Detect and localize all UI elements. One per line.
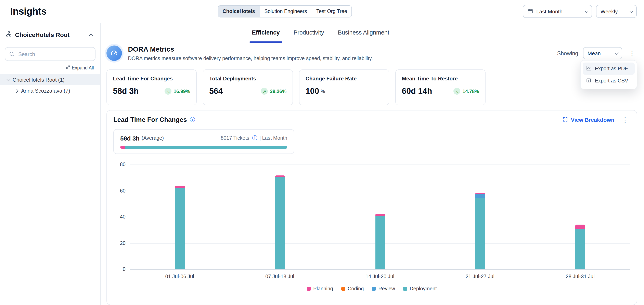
main-layout: ChoiceHotels Root Expand All [0, 23, 644, 305]
bar-segment-deployment [175, 188, 185, 269]
stacked-bar-5 [575, 224, 585, 269]
legend-label: Review [378, 286, 395, 292]
tab-business-alignment[interactable]: Business Alignment [338, 29, 389, 43]
delta-value: 39.26% [270, 88, 286, 94]
top-bar-controls: Last Month Weekly [429, 5, 637, 18]
granularity-select[interactable]: Weekly [596, 5, 637, 18]
export-pdf-label: Export as PDF [595, 66, 628, 71]
tree-node-label: ChoiceHotels Root (1) [12, 77, 64, 83]
period-select-value: Last Month [536, 8, 582, 14]
expand-all-button[interactable]: Expand All [0, 63, 100, 74]
sidebar: ChoiceHotels Root Expand All [0, 23, 101, 305]
stacked-bar-3 [375, 213, 385, 269]
average-value: 58d 3h [120, 135, 140, 142]
view-tabs: Efficiency Productivity Business Alignme… [101, 23, 644, 43]
bar-segment-planning [375, 213, 385, 216]
bar-segment-planning [275, 175, 285, 177]
metric-card-value: 60d 14h [402, 86, 432, 96]
showing-label: Showing [557, 50, 578, 56]
bar-segment-planning [175, 186, 185, 188]
legend-item-planning[interactable]: Planning [307, 286, 333, 292]
org-tab-choicehotels[interactable]: ChoiceHotels [218, 6, 260, 17]
bar-segment-deployment [575, 229, 585, 269]
gridline [130, 164, 630, 165]
org-tree-icon [6, 31, 12, 38]
sidebar-header: ChoiceHotels Root [0, 23, 100, 44]
progress-segment-deployment [125, 146, 287, 149]
sidebar-collapse-button[interactable] [88, 29, 95, 40]
calendar-icon [528, 8, 533, 15]
export-csv-label: Export as CSV [595, 78, 628, 84]
average-label: (Average) [142, 135, 164, 141]
legend-swatch [307, 287, 311, 291]
legend-item-review[interactable]: Review [372, 286, 395, 292]
dora-kebab-menu-button[interactable]: ⋮ [627, 50, 637, 57]
lead-time-summary-row: 58d 3h (Average) 8017 Tickets ⓘ | Last M… [120, 134, 287, 142]
tab-efficiency[interactable]: Efficiency [252, 29, 280, 43]
export-csv-menu-item[interactable]: Export as CSV [583, 75, 635, 87]
chevron-down-icon [629, 9, 634, 13]
bar-segment-planning [575, 224, 585, 229]
info-icon[interactable]: ⓘ [252, 134, 258, 142]
chart-legend: PlanningCodingReviewDeployment [113, 286, 630, 292]
chevron-down-icon[interactable] [6, 77, 10, 81]
chart-y-axis: 020406080 [113, 164, 130, 269]
aggregation-select-value: Mean [588, 50, 612, 56]
bar-segment-deployment [475, 198, 485, 269]
dora-metrics-header: DORA Metrics DORA metrics measure softwa… [106, 45, 637, 61]
main-content: Efficiency Productivity Business Alignme… [101, 23, 644, 305]
view-breakdown-button[interactable]: View Breakdown [562, 116, 614, 123]
trend-up-arrow-icon: ↗ [261, 88, 268, 95]
tree-node-label: Anna Scozzafava (7) [21, 88, 70, 94]
x-tick-label: 14 Jul-20 Jul [330, 274, 430, 280]
top-bar: Insights ChoiceHotels Solution Engineers… [0, 0, 644, 23]
tab-productivity[interactable]: Productivity [294, 29, 324, 43]
search-input[interactable] [5, 47, 96, 61]
legend-label: Planning [313, 286, 333, 292]
lead-time-card: Lead Time For Changes ⓘ View Breakdown ⋮ [106, 110, 637, 305]
delta-badge: ↘ 14.78% [454, 88, 479, 95]
sidebar-search [5, 47, 96, 61]
tree-node-anna-scozzafava[interactable]: Anna Scozzafava (7) [0, 85, 100, 96]
metric-card-mean-time-to-restore: Mean Time To Restore 60d 14h ↘ 14.78% [395, 69, 486, 105]
period-select[interactable]: Last Month [523, 5, 592, 18]
info-icon[interactable]: ⓘ [190, 116, 195, 123]
legend-swatch [341, 287, 345, 291]
phase-progress-bar [120, 146, 287, 149]
summary-meta: 8017 Tickets ⓘ | Last Month [221, 134, 288, 142]
export-pdf-menu-item[interactable]: Export as PDF [583, 62, 635, 75]
legend-item-coding[interactable]: Coding [341, 286, 364, 292]
legend-swatch [403, 287, 407, 291]
chevron-up-icon [89, 34, 93, 38]
metric-card-unit: % [321, 88, 325, 94]
org-tab-test-org-tree[interactable]: Test Org Tree [312, 6, 352, 17]
stacked-bar-4 [475, 193, 485, 269]
delta-badge: ↗ 39.26% [261, 88, 286, 95]
delta-badge: ↘ 16.99% [165, 88, 190, 95]
trend-down-arrow-icon: ↘ [454, 88, 460, 95]
bar-segment-deployment [375, 216, 385, 269]
metric-card-title: Mean Time To Restore [402, 75, 479, 82]
gridline [130, 191, 630, 191]
metric-card-value: 100 [306, 86, 319, 96]
chevron-right-icon[interactable] [14, 89, 18, 93]
dora-title: DORA Metrics [128, 45, 373, 54]
metric-card-title: Total Deployments [209, 75, 286, 82]
lead-time-header: Lead Time For Changes ⓘ View Breakdown ⋮ [113, 116, 630, 123]
lead-time-kebab-menu-button[interactable]: ⋮ [620, 116, 630, 123]
legend-item-deployment[interactable]: Deployment [403, 286, 437, 292]
sidebar-root-title: ChoiceHotels Root [15, 31, 70, 38]
lead-time-actions: View Breakdown ⋮ [562, 116, 630, 123]
bar-segment-review [475, 194, 485, 198]
tree-node-root[interactable]: ChoiceHotels Root (1) [0, 74, 100, 85]
top-bar-left: Insights [10, 6, 218, 17]
delta-value: 14.78% [462, 88, 479, 94]
dora-gauge-icon [106, 45, 122, 61]
delta-value: 16.99% [174, 88, 190, 94]
insights-app: Insights ChoiceHotels Solution Engineers… [0, 0, 644, 305]
y-tick-label: 0 [123, 267, 126, 272]
metric-card-value-row: 100 % [306, 86, 383, 96]
org-tab-solution-engineers[interactable]: Solution Engineers [260, 6, 312, 17]
aggregation-select[interactable]: Mean [583, 47, 622, 59]
expand-all-icon [66, 65, 70, 70]
